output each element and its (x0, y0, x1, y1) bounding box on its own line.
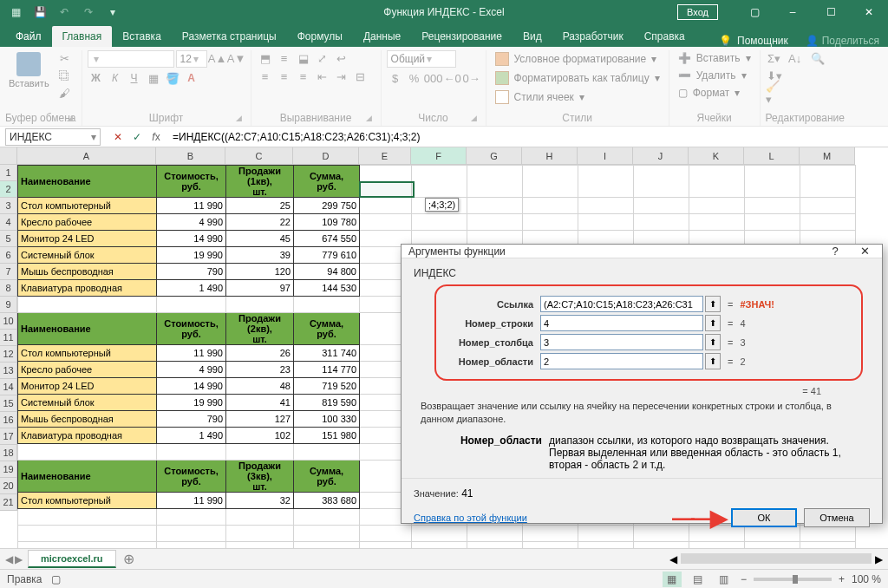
cancel-button[interactable]: Отмена (804, 508, 870, 527)
font-name-combo[interactable]: ▾ (88, 50, 174, 68)
row-header[interactable]: 19 (0, 461, 17, 478)
row-header[interactable]: 6 (0, 247, 17, 264)
tell-me[interactable]: 💡Помощник (710, 35, 797, 47)
row-header[interactable]: 8 (0, 280, 17, 297)
col-header[interactable]: F (411, 147, 467, 165)
wrap-text-icon[interactable]: ↩ (333, 50, 350, 66)
undo-icon[interactable]: ↶ (54, 3, 75, 22)
row-header[interactable]: 2 (0, 181, 17, 198)
cancel-formula-icon[interactable]: ✕ (109, 128, 127, 146)
inc-decimal-icon[interactable]: ←0 (444, 70, 461, 86)
align-center-icon[interactable]: ≡ (276, 69, 293, 84)
delete-cells-button[interactable]: ➖Удалить▾ (675, 68, 750, 83)
row-header[interactable]: 20 (0, 478, 17, 494)
align-launcher-icon[interactable]: ◢ (363, 114, 375, 126)
page-layout-icon[interactable]: ▤ (689, 572, 708, 587)
hscroll-track[interactable] (681, 553, 872, 564)
autosum-icon[interactable]: Σ▾ (766, 50, 783, 66)
cond-format-button[interactable]: Условное форматирование▾ (492, 50, 661, 68)
ok-button[interactable]: ОК (731, 508, 797, 527)
grow-font-icon[interactable]: A▲ (209, 50, 226, 66)
accept-formula-icon[interactable]: ✓ (128, 128, 146, 146)
record-macro-icon[interactable]: ▢ (51, 573, 61, 585)
row-header[interactable]: 21 (0, 494, 17, 511)
tab-file[interactable]: Файл (5, 26, 52, 47)
ribbon-options-icon[interactable]: ▢ (735, 0, 774, 24)
hscroll-left-icon[interactable]: ◀ (669, 553, 677, 565)
number-format-combo[interactable]: Общий▾ (387, 50, 456, 68)
row-header[interactable]: 9 (0, 297, 17, 313)
zoom-in-icon[interactable]: + (839, 573, 845, 585)
orientation-icon[interactable]: ⤢ (314, 50, 331, 66)
find-select-icon[interactable]: 🔍 (809, 50, 826, 66)
zoom-out-icon[interactable]: − (741, 573, 747, 585)
arg-row-input[interactable] (540, 315, 703, 331)
merge-icon[interactable]: ⊟ (352, 69, 369, 84)
format-painter-icon[interactable]: 🖌 (56, 85, 74, 101)
redo-icon[interactable]: ↷ (78, 3, 99, 22)
dialog-close-icon[interactable]: ✕ (854, 245, 875, 258)
bold-icon[interactable]: Ж (88, 70, 105, 86)
sheet-nav-next-icon[interactable]: ▶ (15, 553, 23, 565)
indent-inc-icon[interactable]: ⇥ (333, 69, 350, 84)
formula-input[interactable]: =ИНДЕКС((A2:C7;A10:C15;A18:C23;A26:C31);… (168, 128, 888, 146)
row-header[interactable]: 11 (0, 330, 17, 346)
arg-col-input[interactable] (540, 334, 703, 350)
dialog-help-link[interactable]: Справка по этой функции (414, 513, 527, 523)
number-launcher-icon[interactable]: ◢ (468, 114, 480, 126)
close-icon[interactable]: ✕ (850, 0, 888, 24)
border-icon[interactable]: ▦ (145, 70, 162, 86)
col-header[interactable]: D (293, 147, 359, 165)
tab-help[interactable]: Справка (634, 26, 695, 47)
col-header[interactable]: G (467, 147, 522, 165)
row-header[interactable]: 3 (0, 198, 17, 214)
row-header[interactable]: 13 (0, 363, 17, 379)
accounting-icon[interactable]: $ (387, 70, 404, 86)
login-button[interactable]: Вход (677, 4, 718, 20)
ref-picker-icon[interactable]: ⬆ (705, 334, 721, 350)
tab-layout[interactable]: Разметка страницы (172, 26, 287, 47)
dialog-help-icon[interactable]: ? (825, 245, 846, 258)
align-top-icon[interactable]: ⬒ (257, 50, 274, 66)
tab-review[interactable]: Рецензирование (411, 26, 513, 47)
cell-styles-button[interactable]: Стили ячеек▾ (492, 88, 588, 106)
row-header[interactable]: 5 (0, 231, 17, 247)
percent-icon[interactable]: % (406, 70, 423, 86)
row-header[interactable]: 1 (0, 165, 17, 181)
align-left-icon[interactable]: ≡ (257, 69, 274, 84)
qat-dropdown-icon[interactable]: ▾ (102, 3, 123, 22)
ref-picker-icon[interactable]: ⬆ (705, 315, 721, 331)
comma-icon[interactable]: 000 (425, 70, 442, 86)
zoom-slider[interactable] (754, 578, 832, 581)
col-header[interactable]: M (800, 147, 855, 165)
col-header[interactable]: E (359, 147, 411, 165)
tab-insert[interactable]: Вставка (112, 26, 172, 47)
col-header[interactable]: K (689, 147, 744, 165)
tab-formulas[interactable]: Формулы (287, 26, 353, 47)
row-header[interactable]: 12 (0, 346, 17, 363)
ref-picker-icon[interactable]: ⬆ (705, 353, 721, 369)
italic-icon[interactable]: К (107, 70, 124, 86)
row-header[interactable]: 16 (0, 412, 17, 428)
col-header[interactable]: L (744, 147, 800, 165)
fill-color-icon[interactable]: 🪣 (164, 70, 181, 86)
col-header[interactable]: C (225, 147, 293, 165)
row-header[interactable]: 18 (0, 445, 17, 461)
align-right-icon[interactable]: ≡ (295, 69, 312, 84)
sheet-nav-prev-icon[interactable]: ◀ (5, 553, 13, 565)
col-header[interactable]: J (633, 147, 689, 165)
arg-ref-input[interactable] (540, 296, 703, 312)
font-launcher-icon[interactable]: ◢ (233, 114, 245, 126)
col-header[interactable]: I (578, 147, 633, 165)
dec-decimal-icon[interactable]: 0→ (463, 70, 480, 86)
indent-dec-icon[interactable]: ⇤ (314, 69, 331, 84)
select-all-corner[interactable] (0, 147, 17, 165)
share-button[interactable]: 👤Поделиться (797, 35, 888, 47)
underline-icon[interactable]: Ч (126, 70, 143, 86)
align-middle-icon[interactable]: ≡ (276, 50, 293, 66)
row-header[interactable]: 17 (0, 428, 17, 445)
clear-icon[interactable]: 🧹▾ (766, 85, 783, 101)
row-header[interactable]: 14 (0, 379, 17, 395)
sheet-tab[interactable]: microexcel.ru (28, 550, 116, 568)
minimize-icon[interactable]: – (774, 0, 812, 24)
